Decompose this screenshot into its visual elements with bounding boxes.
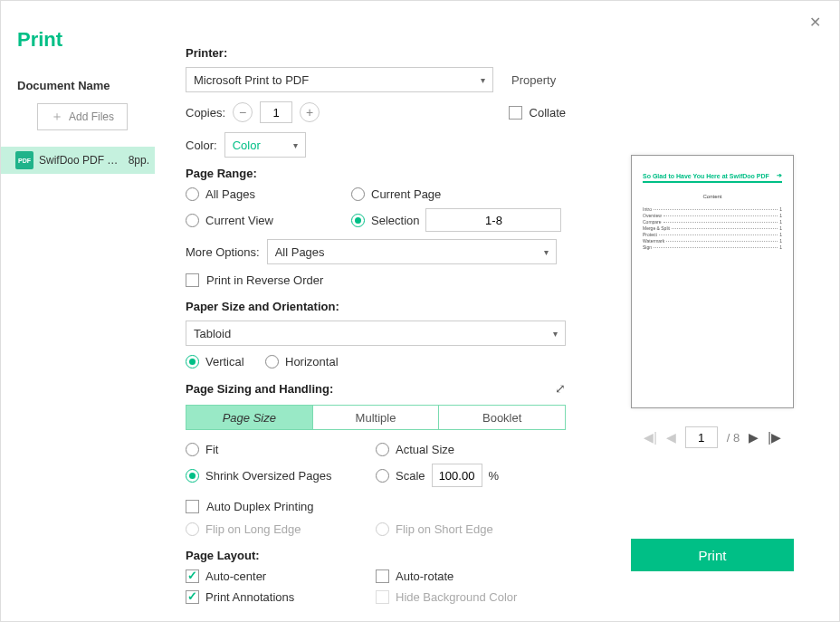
radio-shrink[interactable] [186, 469, 199, 483]
all-pages-label: All Pages [205, 187, 255, 201]
color-label: Color: [186, 139, 217, 152]
preview-arrow-icon: ➔ [777, 172, 782, 179]
actual-size-label: Actual Size [396, 443, 454, 456]
color-select[interactable]: Color [224, 132, 306, 158]
print-button[interactable]: Print [631, 539, 794, 571]
radio-flip-short [376, 522, 389, 536]
radio-all-pages[interactable] [186, 187, 199, 201]
pager-page-input[interactable] [685, 426, 718, 448]
copies-decrement[interactable]: − [233, 102, 253, 122]
radio-selection[interactable] [351, 214, 365, 227]
page-layout-label: Page Layout: [186, 549, 591, 562]
preview-pane: So Glad to Have You Here at SwifDoo PDF … [613, 1, 839, 621]
plus-icon: ＋ [51, 109, 63, 125]
current-page-label: Current Page [371, 187, 441, 201]
radio-actual-size[interactable] [376, 443, 389, 456]
pager-last-icon[interactable]: |▶ [768, 430, 781, 445]
collate-checkbox[interactable] [509, 106, 522, 120]
preview-toc: Intro1 Overview1 Compare1 Merge & Split1… [643, 206, 782, 250]
shrink-label: Shrink Oversized Pages [205, 469, 331, 483]
paper-size-label: Paper Size and Orientation: [186, 300, 591, 313]
file-name: SwifDoo PDF Us.. [39, 154, 123, 167]
reverse-order-checkbox[interactable] [186, 273, 199, 287]
scale-label: Scale [396, 469, 425, 483]
preview-heading: So Glad to Have You Here at SwifDoo PDF [643, 173, 769, 179]
print-settings: Printer: Microsoft Print to PDF Property… [155, 1, 613, 621]
page-range-label: Page Range: [186, 167, 591, 180]
radio-horizontal[interactable] [265, 355, 279, 368]
print-annotations-checkbox[interactable] [186, 590, 199, 604]
auto-rotate-checkbox[interactable] [376, 569, 389, 583]
file-page-count: 8pp. [129, 154, 149, 167]
flip-short-label: Flip on Short Edge [396, 522, 493, 536]
hide-bg-label: Hide Background Color [396, 590, 517, 604]
printer-label: Printer: [186, 46, 591, 60]
pager-prev-icon[interactable]: ◀ [666, 430, 676, 445]
reverse-order-label: Print in Reverse Order [206, 273, 323, 287]
radio-fit[interactable] [186, 443, 199, 456]
current-view-label: Current View [205, 214, 273, 227]
hide-bg-checkbox [376, 590, 389, 604]
pager-total: / 8 [727, 431, 740, 445]
vertical-label: Vertical [205, 355, 244, 368]
file-list-item[interactable]: PDF SwifDoo PDF Us.. 8pp. [1, 147, 155, 174]
selection-label: Selection [371, 214, 419, 227]
copies-label: Copies: [186, 106, 225, 120]
collate-label: Collate [530, 106, 566, 120]
more-options-select[interactable]: All Pages [267, 239, 557, 264]
radio-current-view[interactable] [186, 214, 199, 227]
print-annotations-label: Print Annotations [205, 590, 294, 604]
paper-size-select[interactable]: Tabloid [186, 321, 566, 346]
add-files-button[interactable]: ＋ Add Files [37, 103, 128, 130]
radio-flip-long [186, 522, 199, 536]
tab-page-size[interactable]: Page Size [186, 406, 312, 429]
duplex-checkbox[interactable] [186, 500, 199, 513]
horizontal-label: Horizontal [285, 355, 339, 368]
auto-center-label: Auto-center [205, 569, 266, 583]
close-icon[interactable]: ✕ [809, 14, 821, 31]
printer-property-link[interactable]: Property [511, 73, 556, 87]
pdf-icon: PDF [15, 151, 33, 169]
auto-center-checkbox[interactable] [186, 569, 199, 583]
preview-content-heading: Content [643, 194, 782, 199]
duplex-label: Auto Duplex Printing [206, 500, 314, 513]
sizing-tabs: Page Size Multiple Booklet [186, 405, 566, 430]
radio-scale[interactable] [376, 469, 389, 483]
flip-long-label: Flip on Long Edge [205, 522, 301, 536]
copies-increment[interactable]: + [300, 102, 320, 122]
add-files-label: Add Files [69, 110, 114, 123]
scale-reset-icon[interactable]: ⤢ [555, 381, 566, 396]
pager-first-icon[interactable]: ◀| [644, 430, 657, 445]
printer-select[interactable]: Microsoft Print to PDF [186, 67, 493, 92]
sidebar: Print Document Name ＋ Add Files PDF Swif… [1, 1, 155, 621]
tab-multiple[interactable]: Multiple [312, 406, 439, 429]
copies-input[interactable] [260, 101, 292, 123]
pager-next-icon[interactable]: ▶ [749, 430, 759, 445]
fit-label: Fit [205, 443, 218, 456]
tab-booklet[interactable]: Booklet [438, 406, 565, 429]
document-name-heading: Document Name [1, 73, 155, 103]
selection-range-input[interactable] [425, 208, 561, 232]
more-options-label: More Options: [186, 245, 260, 259]
auto-rotate-label: Auto-rotate [396, 569, 453, 583]
preview-pager: ◀| ◀ / 8 ▶ |▶ [644, 426, 781, 448]
radio-current-page[interactable] [351, 187, 365, 201]
dialog-title: Print [1, 28, 155, 73]
preview-page: So Glad to Have You Here at SwifDoo PDF … [631, 155, 794, 408]
sizing-label: Page Sizing and Handling: [186, 382, 333, 396]
scale-unit: % [489, 469, 500, 483]
scale-input[interactable] [432, 464, 482, 487]
radio-vertical[interactable] [186, 355, 199, 368]
